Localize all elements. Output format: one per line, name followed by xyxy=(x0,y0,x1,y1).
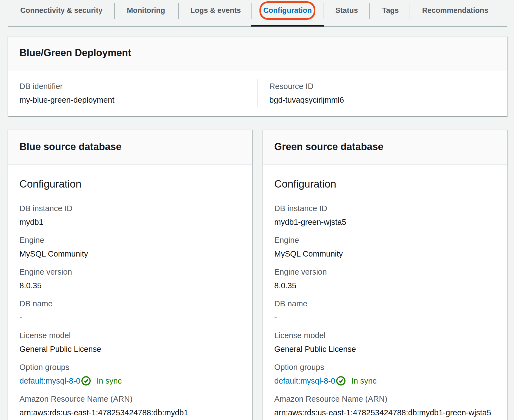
field-label: Engine version xyxy=(19,266,241,277)
green-card-title: Green source database xyxy=(274,140,496,153)
field-db-name: DB name - xyxy=(274,298,496,323)
field-value: - xyxy=(19,312,241,323)
field-value: 8.0.35 xyxy=(274,280,496,291)
field-value: - xyxy=(274,312,496,323)
field-label: DB name xyxy=(274,298,496,309)
blue-source-database-card: Blue source database Configuration DB in… xyxy=(8,130,252,420)
field-engine-version: Engine version 8.0.35 xyxy=(274,266,496,291)
field-label: Amazon Resource Name (ARN) xyxy=(19,393,241,404)
field-value: arn:aws:rds:us-east-1:478253424788:db:my… xyxy=(274,407,496,418)
tab-connectivity-security[interactable]: Connectivity & security xyxy=(8,0,115,19)
field-label: Amazon Resource Name (ARN) xyxy=(274,393,496,404)
tab-configuration[interactable]: Configuration xyxy=(251,0,324,19)
field-value: mydb1 xyxy=(19,217,241,228)
field-db-name: DB name - xyxy=(19,298,241,323)
field-option-groups: Option groups default:mysql-8-0 In sync xyxy=(19,362,241,386)
field-value: MySQL Community xyxy=(19,248,241,259)
field-license-model: License model General Public License xyxy=(19,330,241,355)
green-card-body: Configuration DB instance ID mydb1-green… xyxy=(263,165,507,420)
field-arn: Amazon Resource Name (ARN) arn:aws:rds:u… xyxy=(19,393,241,418)
field-value: mydb1-green-wjsta5 xyxy=(274,217,496,228)
field-db-instance-id: DB instance ID mydb1 xyxy=(19,203,241,228)
deployment-card-title: Blue/Green Deployment xyxy=(19,46,496,59)
field-engine: Engine MySQL Community xyxy=(274,235,496,259)
tab-tags[interactable]: Tags xyxy=(369,0,410,19)
deployment-card-body: DB identifier my-blue-green-deployment R… xyxy=(8,71,507,116)
in-sync-check-icon xyxy=(336,376,345,386)
field-value: General Public License xyxy=(274,344,496,355)
deployment-summary-card: Blue/Green Deployment DB identifier my-b… xyxy=(8,36,507,116)
field-value: arn:aws:rds:us-east-1:478253424788:db:my… xyxy=(19,407,241,418)
option-group-link[interactable]: default:mysql-8-0 xyxy=(274,375,335,386)
db-identifier-field: DB identifier my-blue-green-deployment xyxy=(19,79,258,107)
in-sync-status-text: In sync xyxy=(351,375,376,386)
field-engine-version: Engine version 8.0.35 xyxy=(19,266,241,291)
rds-configuration-page: Connectivity & security Monitoring Logs … xyxy=(0,0,514,420)
option-groups-row: default:mysql-8-0 In sync xyxy=(274,375,496,386)
tab-configuration-label: Configuration xyxy=(263,6,312,15)
field-arn: Amazon Resource Name (ARN) arn:aws:rds:u… xyxy=(274,393,496,418)
blue-card-body: Configuration DB instance ID mydb1 Engin… xyxy=(8,165,252,420)
field-label: Option groups xyxy=(274,362,496,373)
field-label: DB instance ID xyxy=(19,203,241,214)
blue-configuration-heading: Configuration xyxy=(19,177,241,191)
field-option-groups: Option groups default:mysql-8-0 In sync xyxy=(274,362,496,386)
in-sync-check-icon xyxy=(81,376,91,386)
field-engine: Engine MySQL Community xyxy=(19,235,241,259)
resource-id-field: Resource ID bgd-tuvaqsycirljmml6 xyxy=(258,79,496,107)
field-label: License model xyxy=(274,330,496,341)
blue-card-header: Blue source database xyxy=(8,130,252,165)
field-label: License model xyxy=(19,330,241,341)
field-label: DB instance ID xyxy=(274,203,496,214)
field-value: MySQL Community xyxy=(274,248,496,259)
tab-logs-events[interactable]: Logs & events xyxy=(178,0,252,19)
field-label: DB name xyxy=(19,298,241,309)
field-license-model: License model General Public License xyxy=(274,330,496,355)
field-value: 8.0.35 xyxy=(19,280,241,291)
field-label: Engine xyxy=(274,235,496,246)
tab-monitoring[interactable]: Monitoring xyxy=(115,0,178,19)
option-groups-row: default:mysql-8-0 In sync xyxy=(19,375,241,386)
field-value: General Public License xyxy=(19,344,241,355)
blue-card-title: Blue source database xyxy=(19,140,241,153)
green-source-database-card: Green source database Configuration DB i… xyxy=(263,130,507,420)
green-card-header: Green source database xyxy=(263,130,507,165)
deployment-card-header: Blue/Green Deployment xyxy=(8,37,507,71)
option-group-link[interactable]: default:mysql-8-0 xyxy=(19,375,80,386)
resource-id-value: bgd-tuvaqsycirljmml6 xyxy=(269,94,496,105)
tab-list: Connectivity & security Monitoring Logs … xyxy=(8,0,507,19)
tab-recommendations[interactable]: Recommendations xyxy=(410,0,501,19)
field-db-instance-id: DB instance ID mydb1-green-wjsta5 xyxy=(274,203,496,228)
tab-bar: Connectivity & security Monitoring Logs … xyxy=(8,0,507,27)
db-identifier-label: DB identifier xyxy=(19,81,246,92)
db-identifier-value: my-blue-green-deployment xyxy=(19,94,246,105)
field-label: Engine xyxy=(19,235,241,246)
field-label: Engine version xyxy=(274,266,496,277)
green-configuration-heading: Configuration xyxy=(274,177,496,191)
resource-id-label: Resource ID xyxy=(269,81,496,92)
field-label: Option groups xyxy=(19,362,241,373)
tab-status[interactable]: Status xyxy=(324,0,369,19)
in-sync-status-text: In sync xyxy=(96,375,122,386)
